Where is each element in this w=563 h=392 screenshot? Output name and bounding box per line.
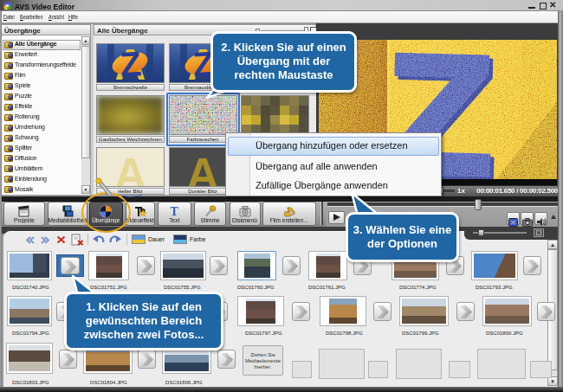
- svg-text:Z: Z: [119, 44, 142, 82]
